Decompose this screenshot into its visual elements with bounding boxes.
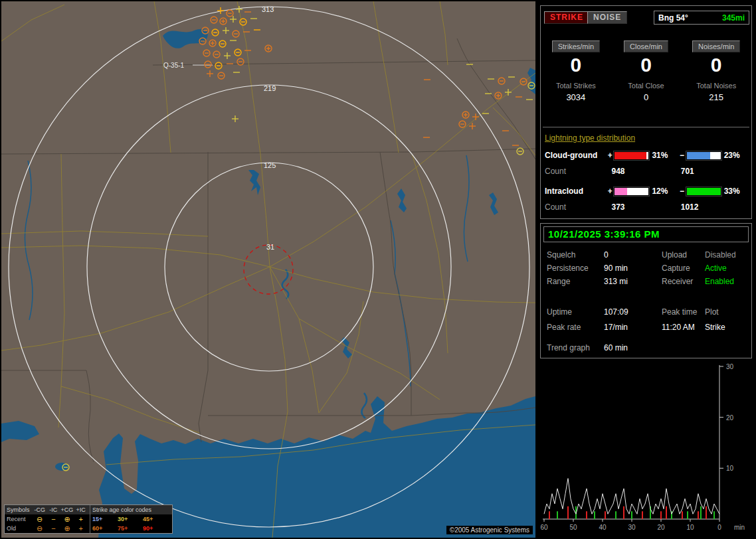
squelch-label: Squelch <box>547 250 575 260</box>
svg-text:20: 20 <box>726 414 734 422</box>
total-strikes-label: Total Strikes <box>541 82 611 90</box>
upload-value: Disabled <box>705 250 736 260</box>
strike-button[interactable]: STRIKE <box>544 11 589 24</box>
svg-text:30: 30 <box>628 524 636 531</box>
ring-label-219: 219 <box>264 84 276 92</box>
copyright: ©2005 Astrogenic Systems <box>446 526 533 534</box>
age-30: 30+ <box>118 514 143 524</box>
count-label: Count <box>545 202 611 212</box>
plus-sign: + <box>606 187 614 196</box>
minus-sign: − <box>678 151 686 160</box>
count-label: Count <box>545 167 611 176</box>
age-title: Strike age color codes <box>92 506 151 514</box>
intracloud-label: Intracloud <box>545 187 606 196</box>
old-pos-cg-icon: ⊕ <box>60 524 74 533</box>
plot-label: Plot <box>705 307 719 317</box>
plus-sign: + <box>606 151 614 160</box>
ic-plus-pct: 12% <box>649 187 678 196</box>
total-close-label: Total Close <box>611 82 682 90</box>
capture-label: Capture <box>662 264 690 273</box>
symbols-title: Symbols <box>7 506 33 514</box>
map-canvas: 313 219 125 31 Q-35-1 <box>1 1 535 538</box>
persistence-label: Persistence <box>547 264 589 273</box>
ic-plus-bar <box>614 187 649 196</box>
noises-column: Noises/min 0 Total Noises 215 <box>681 40 751 102</box>
intracloud-row: Intracloud + 12% − 33% <box>545 187 750 196</box>
total-strikes-value: 3034 <box>541 92 611 102</box>
peak-time-label: Peak time <box>662 307 697 317</box>
cg-minus-bar <box>686 151 721 160</box>
old-neg-cg-icon: ⊖ <box>33 524 47 533</box>
svg-text:0: 0 <box>717 524 721 531</box>
recent-pos-cg-icon: ⊕ <box>60 514 74 524</box>
close-per-min-value: 0 <box>611 54 682 76</box>
age-color-legend: Strike age color codes 15+ 30+ 45+ 60+ 7… <box>90 505 172 533</box>
plot-value: Strike <box>705 323 725 332</box>
trend-graph: 1020306050403020100min <box>540 362 753 539</box>
ring-label-31: 31 <box>266 243 274 251</box>
strikes-per-min-value: 0 <box>541 54 611 76</box>
ic-minus-count: 1012 <box>681 202 750 212</box>
settings-row: Squelch 0 Upload Disabled <box>541 250 751 262</box>
status-panel: 10/21/2025 3:39:16 PM Squelch 0 Upload D… <box>540 223 752 358</box>
cg-plus-pct: 31% <box>649 151 678 160</box>
intracloud-count-row: Count 373 1012 <box>545 202 750 212</box>
trend-graph-value: 60 min <box>604 343 628 352</box>
old-pos-ic-icon: + <box>74 524 88 533</box>
age-60: 60+ <box>92 524 118 533</box>
bearing-label: Bng 54° <box>658 13 688 23</box>
recent-pos-ic-icon: + <box>74 514 88 524</box>
divider <box>543 127 749 127</box>
capture-value: Active <box>705 264 727 273</box>
cg-minus-pct: 23% <box>721 151 750 160</box>
noise-button[interactable]: NOISE <box>587 11 627 24</box>
svg-text:min: min <box>734 524 745 531</box>
cloud-ground-label: Cloud-ground <box>545 151 606 160</box>
recent-neg-cg-icon: ⊖ <box>33 514 47 524</box>
receiver-value: Enabled <box>705 277 734 286</box>
age-75: 75+ <box>118 524 143 533</box>
trend-label-row: Trend graph 60 min <box>541 343 751 355</box>
uptime-label: Uptime <box>547 307 572 317</box>
map-legend: Symbols -CG -IC +CG +IC Recent ⊖ − ⊕ + O… <box>4 504 173 534</box>
cg-plus-count: 948 <box>611 167 680 176</box>
uptime-value: 107:09 <box>604 307 628 317</box>
datetime-display: 10/21/2025 3:39:16 PM <box>543 226 749 242</box>
peak-rate-label: Peak rate <box>547 323 581 332</box>
lightning-map[interactable]: 313 219 125 31 Q-35-1 Symbols -CG -IC +C… <box>1 1 535 538</box>
minus-sign: − <box>678 187 686 196</box>
ring-label-125: 125 <box>264 161 276 169</box>
nexstorm-app: 313 219 125 31 Q-35-1 Symbols -CG -IC +C… <box>0 0 756 539</box>
storm-cell-label: Q-35-1 <box>163 62 185 69</box>
peak-rate-value: 17/min <box>604 323 628 332</box>
close-per-min-button[interactable]: Close/min <box>624 40 668 52</box>
recent-neg-ic-icon: − <box>47 514 60 524</box>
cloud-ground-row: Cloud-ground + 31% − 23% <box>545 151 750 160</box>
bearing-range: 345mi <box>722 13 745 23</box>
peak-time-value: 11:20 AM <box>662 323 695 332</box>
strikes-column: Strikes/min 0 Total Strikes 3034 <box>541 40 611 102</box>
distribution-title: Lightning type distribution <box>545 133 635 143</box>
symbol-legend: Symbols -CG -IC +CG +IC Recent ⊖ − ⊕ + O… <box>5 505 90 533</box>
cg-plus-bar <box>614 151 649 160</box>
cloud-ground-count-row: Count 948 701 <box>545 167 750 176</box>
noises-per-min-button[interactable]: Noises/min <box>692 40 740 52</box>
ic-minus-pct: 33% <box>721 187 750 196</box>
age-15: 15+ <box>92 514 118 524</box>
col-neg-cg: -CG <box>33 506 47 514</box>
trend-graph-label: Trend graph <box>547 343 590 352</box>
close-column: Close/min 0 Total Close 0 <box>611 40 682 102</box>
squelch-value: 0 <box>604 250 609 260</box>
cg-minus-count: 701 <box>681 167 750 176</box>
ring-label-313: 313 <box>262 5 274 13</box>
range-value: 313 mi <box>604 277 628 286</box>
receiver-label: Receiver <box>662 277 693 286</box>
strikes-per-min-button[interactable]: Strikes/min <box>552 40 600 52</box>
sidebar: STRIKE NOISE Bng 54° 345mi Strikes/min 0… <box>540 0 753 539</box>
bearing-display[interactable]: Bng 54° 345mi <box>654 11 749 25</box>
col-pos-cg: +CG <box>60 506 74 514</box>
svg-text:20: 20 <box>657 524 665 531</box>
uptime-row: Uptime 107:09 Peak time Plot <box>541 307 751 319</box>
settings-row: Range 313 mi Receiver Enabled <box>541 277 751 289</box>
col-neg-ic: -IC <box>47 506 60 514</box>
